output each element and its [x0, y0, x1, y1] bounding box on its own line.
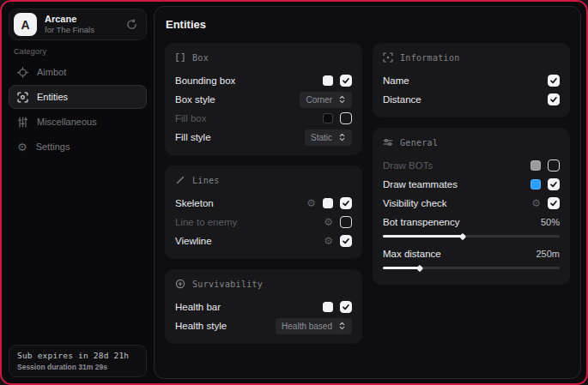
left-column: Box Bounding box Box style: [165, 43, 362, 344]
setting-label: Fill box: [175, 113, 206, 123]
general-card-header: General: [383, 137, 560, 147]
gear-icon[interactable]: ⚙: [531, 198, 541, 208]
setting-row-fill-style: Fill style Static: [175, 128, 352, 147]
setting-row-skeleton: Skeleton ⚙: [175, 194, 352, 213]
crosshair-icon: [17, 67, 28, 78]
app-name: Arcane: [45, 14, 126, 25]
sidebar-item-label: Settings: [36, 141, 70, 152]
slider-fill: [383, 267, 420, 269]
survivability-card-header: Survivability: [175, 279, 352, 289]
setting-label: Viewline: [175, 236, 212, 246]
color-swatch[interactable]: [323, 198, 333, 208]
health-icon: [175, 279, 185, 289]
slider-fill: [383, 235, 463, 238]
setting-label: Skeleton: [175, 198, 214, 208]
sidebar-item-entities[interactable]: Entities: [9, 85, 147, 109]
sidebar-nav: Aimbot Entities Miscella: [9, 60, 147, 159]
gear-icon[interactable]: ⚙: [306, 198, 316, 208]
setting-row-health-style: Health style Health based: [175, 316, 352, 335]
checkbox[interactable]: [340, 301, 352, 313]
app-subtitle: for The Finals: [45, 25, 126, 35]
color-swatch[interactable]: [530, 160, 541, 171]
information-card-header: Information: [383, 52, 560, 63]
checkbox[interactable]: [548, 159, 560, 171]
section-title: Information: [400, 53, 460, 63]
sync-icon[interactable]: [126, 19, 137, 30]
color-swatch[interactable]: [323, 113, 333, 123]
checkbox[interactable]: [548, 178, 560, 190]
session-duration-text: Session duration 31m 29s: [17, 363, 138, 371]
line-icon: [175, 175, 185, 185]
sidebar-item-label: Miscellaneous: [37, 117, 97, 127]
checkbox[interactable]: [548, 197, 560, 209]
box-style-dropdown[interactable]: Corner: [300, 92, 352, 108]
checkbox[interactable]: [340, 235, 352, 247]
gear-icon[interactable]: ⚙: [324, 217, 333, 227]
right-column: Information Name Distance: [373, 43, 570, 285]
checkbox[interactable]: [548, 75, 560, 87]
information-card: Information Name Distance: [373, 43, 570, 117]
slider-thumb[interactable]: [458, 232, 465, 239]
sliders-vertical-icon: [17, 117, 28, 128]
gear-icon[interactable]: ⚙: [324, 236, 333, 246]
checkbox[interactable]: [340, 75, 352, 87]
setting-label: Line to enemy: [175, 217, 237, 227]
setting-row-bot-transpenency: Bot transpenency 50%: [383, 213, 560, 232]
setting-row-name: Name: [383, 71, 560, 90]
lines-card-header: Lines: [175, 175, 352, 185]
setting-row-visibility-check: Visibility check ⚙: [383, 194, 560, 213]
setting-label: Fill style: [175, 132, 211, 142]
bounding-box-icon: [175, 52, 185, 63]
checkbox[interactable]: [340, 112, 352, 124]
brand-text: Arcane for The Finals: [45, 14, 126, 35]
color-swatch[interactable]: [323, 75, 333, 86]
sidebar-item-miscellaneous[interactable]: Miscellaneous: [9, 110, 147, 134]
color-swatch[interactable]: [530, 179, 541, 189]
bot-transparency-slider[interactable]: [383, 235, 560, 238]
setting-label: Bot transpenency: [383, 217, 460, 227]
unfold-icon: [338, 95, 346, 104]
dropdown-value: Corner: [306, 95, 332, 105]
setting-label: Distance: [383, 94, 421, 105]
sidebar-item-settings[interactable]: ⚙ Settings: [9, 135, 147, 159]
setting-label: Visibility check: [383, 198, 447, 208]
setting-row-box-style: Box style Corner: [175, 90, 352, 109]
sidebar: A Arcane for The Finals Category: [2, 2, 154, 383]
checkbox[interactable]: [340, 197, 352, 209]
setting-label: Max distance: [383, 249, 441, 259]
sub-expires-text: Sub expires in 28d 21h: [17, 351, 138, 360]
subscription-status-card: Sub expires in 28d 21h Session duration …: [9, 345, 147, 377]
slider-value: 250m: [536, 249, 560, 259]
setting-row-distance: Distance: [383, 90, 560, 109]
sidebar-item-label: Entities: [37, 92, 68, 102]
setting-label: Health bar: [175, 302, 221, 312]
setting-label: Bounding box: [175, 75, 235, 86]
category-label: Category: [14, 47, 46, 56]
checkbox[interactable]: [548, 93, 560, 105]
fill-style-dropdown[interactable]: Static: [305, 129, 352, 146]
unfold-icon: [338, 322, 346, 330]
survivability-card: Survivability Health bar Health style: [165, 269, 362, 344]
section-title: Box: [192, 53, 209, 63]
checkbox[interactable]: [340, 216, 352, 228]
app-window: A Arcane for The Finals Category: [0, 0, 588, 385]
section-title: General: [400, 138, 438, 147]
max-distance-slider[interactable]: [383, 267, 560, 269]
box-card-header: Box: [175, 52, 352, 63]
setting-row-fill-box: Fill box: [175, 109, 352, 128]
entities-scan-icon: [17, 92, 28, 103]
setting-row-health-bar: Health bar: [175, 298, 352, 316]
slider-thumb[interactable]: [416, 264, 423, 271]
color-swatch[interactable]: [323, 302, 333, 312]
page-title: Entities: [166, 18, 570, 31]
setting-row-max-distance: Max distance 250m: [383, 244, 560, 263]
info-scan-icon: [383, 52, 393, 63]
sidebar-item-aimbot[interactable]: Aimbot: [9, 60, 147, 84]
dropdown-value: Static: [311, 133, 332, 142]
section-title: Lines: [192, 176, 220, 185]
setting-row-draw-teammates: Draw teammates: [383, 175, 560, 194]
health-style-dropdown[interactable]: Health based: [276, 318, 352, 334]
settings-columns: Box Bounding box Box style: [165, 43, 570, 344]
general-card: General Draw BOTs Draw teammates: [373, 128, 570, 285]
box-card: Box Bounding box Box style: [165, 43, 362, 155]
